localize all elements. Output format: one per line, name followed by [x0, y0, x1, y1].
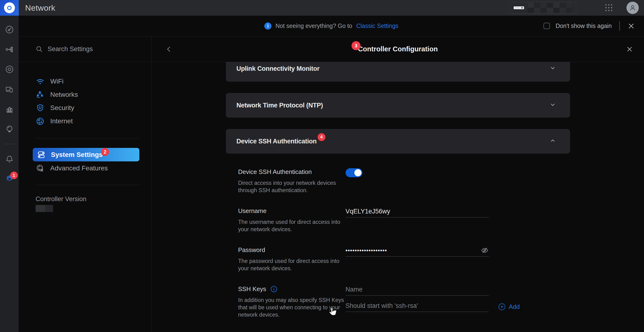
- field-description: The username used for direct access into…: [238, 218, 362, 233]
- ssh-toggle[interactable]: [346, 168, 362, 177]
- topbar-right: [510, 2, 639, 14]
- field-control: [346, 207, 570, 233]
- form-row-username: Username The username used for direct ac…: [226, 207, 570, 233]
- field-description-block: Device SSH Authentication Direct access …: [238, 168, 332, 194]
- topology-icon: [5, 45, 14, 54]
- icon-rail: 1: [0, 0, 19, 332]
- ssh-key-name-input[interactable]: [346, 285, 489, 293]
- rail-item-settings[interactable]: 1: [5, 174, 14, 183]
- panel-scroll-area[interactable]: Uplink Connectivity Monitor Network Time…: [152, 62, 644, 332]
- user-avatar[interactable]: [626, 2, 639, 14]
- toggle-password-visibility-button[interactable]: [481, 246, 489, 254]
- nav-item-label: WiFi: [50, 78, 64, 85]
- form-row-ssh-keys: SSH Keys In addition you may also specif…: [226, 285, 570, 319]
- close-icon: [626, 46, 633, 53]
- page-title: 3 Controller Configuration: [358, 45, 438, 53]
- devices-icon: [5, 65, 14, 74]
- system-settings-badge: 2: [101, 148, 109, 156]
- main-column: Network: [19, 0, 644, 332]
- section-title: Network Time Protocol (NTP): [236, 102, 323, 109]
- nav-divider: [36, 138, 139, 139]
- advanced-features-icon: [36, 164, 44, 173]
- chevron-down-icon: [549, 101, 556, 109]
- unifi-logo-ring: [7, 6, 12, 10]
- nav-item-label: Networks: [50, 91, 78, 98]
- unifi-logo[interactable]: [0, 0, 19, 16]
- panel-header: 3 Controller Configuration: [152, 36, 644, 62]
- field-description-block: Username The username used for direct ac…: [238, 207, 332, 233]
- dont-show-label: Don't show this again: [556, 22, 612, 29]
- add-ssh-key-button[interactable]: Add: [498, 303, 520, 311]
- nav-divider: [36, 185, 139, 185]
- nav-item-wifi[interactable]: WiFi: [36, 75, 145, 88]
- search-placeholder: Search Settings: [48, 45, 93, 53]
- rail-item-dashboard[interactable]: [5, 25, 14, 34]
- panel-close-button[interactable]: [626, 46, 633, 53]
- close-icon: [628, 22, 635, 30]
- banner-dismiss-group: Don't show this again: [544, 21, 635, 31]
- nav-item-system-settings[interactable]: System Settings 2: [33, 148, 139, 162]
- app-grid-icon[interactable]: [605, 4, 613, 11]
- rail-item-clients[interactable]: [5, 85, 14, 94]
- section-card-list: Uplink Connectivity Monitor Network Time…: [226, 62, 570, 154]
- ssh-key-value-input[interactable]: [346, 302, 489, 310]
- insights-icon: [5, 125, 14, 134]
- ssh-authentication-form: Device SSH Authentication Direct access …: [226, 168, 570, 319]
- clients-icon: [5, 85, 14, 94]
- wifi-icon: [36, 77, 44, 86]
- controller-version-label: Controller Version: [36, 195, 145, 203]
- settings-badge: 1: [10, 171, 18, 179]
- field-control: [346, 246, 570, 272]
- rail-item-devices[interactable]: [5, 65, 14, 74]
- chevron-up-icon: [549, 137, 556, 145]
- nav-item-networks[interactable]: Networks: [36, 88, 145, 101]
- top-bar: Network: [19, 0, 644, 16]
- banner-close-button[interactable]: [628, 22, 635, 30]
- info-icon: i: [264, 22, 272, 29]
- info-icon[interactable]: [270, 285, 278, 293]
- eye-off-icon: [481, 246, 489, 254]
- back-button[interactable]: [166, 46, 172, 53]
- nav-item-label: Security: [50, 104, 74, 112]
- nav-item-advanced-features[interactable]: Advanced Features: [36, 162, 145, 175]
- field-description: Direct access into your network devices …: [238, 179, 362, 194]
- console-name-redacted: [528, 3, 573, 13]
- system-settings-icon: [37, 150, 46, 159]
- page-title-badge: 3: [352, 41, 360, 50]
- controller-configuration-panel: 3 Controller Configuration Uplink Connec…: [152, 36, 644, 332]
- nav-item-label: Advanced Features: [50, 165, 108, 172]
- console-selector[interactable]: [510, 2, 576, 14]
- field-description-block: SSH Keys In addition you may also specif…: [238, 285, 332, 319]
- nav-item-security[interactable]: Security: [36, 101, 145, 115]
- rail-item-notifications[interactable]: [5, 155, 14, 164]
- rail-item-statistics[interactable]: [5, 105, 14, 114]
- plus-circle-icon: [498, 303, 506, 311]
- nav-item-internet[interactable]: Internet: [36, 115, 145, 128]
- username-input[interactable]: [346, 207, 489, 215]
- rail-item-topology[interactable]: [5, 45, 14, 54]
- section-network-time-protocol[interactable]: Network Time Protocol (NTP): [226, 93, 570, 118]
- dont-show-checkbox[interactable]: [544, 23, 550, 29]
- nav-item-label: System Settings: [51, 151, 103, 159]
- rail-item-insights[interactable]: [5, 125, 14, 134]
- settings-search[interactable]: Search Settings: [19, 36, 152, 62]
- settings-nav-list: WiFi Networks: [19, 62, 152, 212]
- field-control: [346, 168, 570, 194]
- rail-divider: [4, 144, 15, 144]
- banner-message-group: i Not seeing everything? Go to Classic S…: [264, 22, 398, 29]
- field-label: Password: [238, 246, 332, 254]
- section-uplink-connectivity-monitor[interactable]: Uplink Connectivity Monitor: [226, 62, 570, 82]
- section-device-ssh-authentication[interactable]: Device SSH Authentication 4: [226, 129, 570, 154]
- bell-icon: [5, 155, 14, 164]
- classic-settings-link[interactable]: Classic Settings: [356, 22, 398, 29]
- rail-icon-list: 1: [0, 16, 19, 183]
- password-input[interactable]: [346, 246, 481, 254]
- statistics-icon: [5, 105, 14, 114]
- internet-globe-icon: [36, 117, 44, 126]
- info-banner: i Not seeing everything? Go to Classic S…: [19, 16, 644, 36]
- unifi-logo-disc: [4, 2, 15, 13]
- search-icon: [36, 45, 43, 53]
- section-title: Device SSH Authentication: [236, 138, 317, 145]
- field-label: Username: [238, 207, 332, 215]
- banner-divider: [619, 21, 620, 31]
